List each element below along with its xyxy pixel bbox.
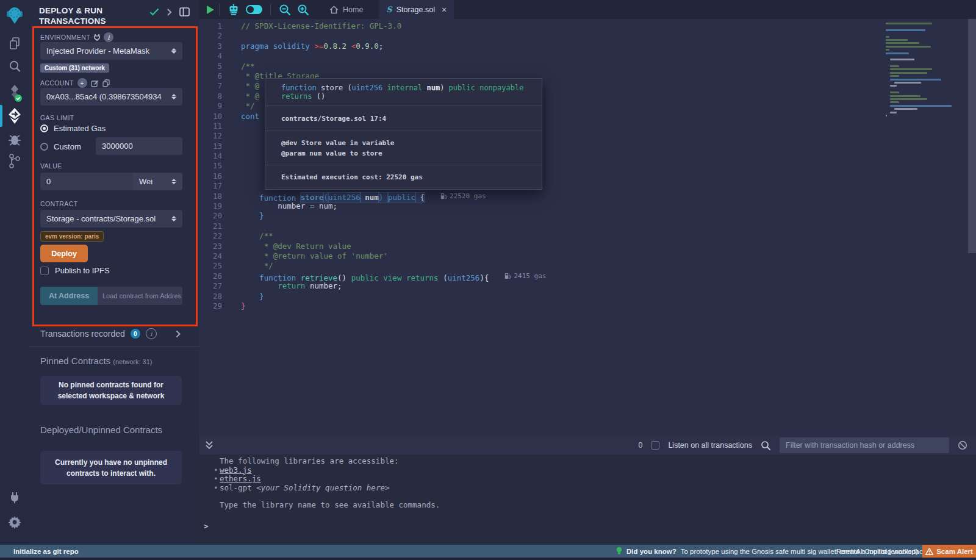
line-number[interactable]: 9 — [199, 101, 230, 111]
line-number[interactable]: 21 — [199, 221, 230, 231]
run-script-icon[interactable] — [207, 5, 214, 14]
line-number[interactable]: 7 — [199, 81, 230, 91]
plug-icon[interactable] — [94, 34, 100, 41]
editor-gutter[interactable]: 1234567891011121314151617181920212223242… — [199, 21, 230, 311]
settings-icon[interactable] — [0, 514, 29, 530]
code-line[interactable]: /** — [241, 231, 872, 241]
line-number[interactable]: 5 — [199, 62, 230, 71]
code-line[interactable]: /** — [241, 62, 872, 71]
environment-info-icon[interactable]: i — [104, 32, 113, 42]
line-number[interactable]: 17 — [199, 181, 230, 191]
collapse-panel-icon[interactable] — [167, 8, 172, 16]
terminal-search-icon[interactable] — [761, 440, 771, 451]
line-number[interactable]: 22 — [199, 231, 230, 241]
copilot-status[interactable]: RemixAI Copilot (enabled) — [836, 545, 918, 558]
tab-home[interactable]: Home — [321, 0, 371, 19]
code-line[interactable]: } — [241, 301, 872, 311]
line-number[interactable]: 10 — [199, 112, 230, 121]
environment-select[interactable]: Injected Provider - MetaMask — [40, 42, 182, 60]
editor-scrollbar[interactable] — [968, 19, 976, 253]
at-address-button[interactable]: At Address — [40, 287, 98, 305]
code-line[interactable]: } — [241, 211, 872, 221]
account-select[interactable]: 0xA03...85ac4 (0.398673504934 — [40, 88, 182, 106]
deploy-and-run-icon[interactable] — [0, 106, 29, 126]
line-number[interactable]: 26 — [199, 271, 230, 281]
code-line[interactable] — [241, 51, 872, 61]
custom-gas-input[interactable]: 3000000 — [96, 137, 182, 155]
debugger-icon[interactable] — [0, 131, 29, 148]
code-line[interactable]: function store(uint256 num) public {2252… — [241, 192, 872, 201]
code-line[interactable]: // SPDX-License-Identifier: GPL-3.0 — [241, 21, 872, 31]
line-number[interactable]: 24 — [199, 251, 230, 261]
code-line[interactable] — [241, 221, 872, 231]
line-number[interactable]: 27 — [199, 281, 230, 291]
file-explorer-icon[interactable] — [0, 35, 29, 52]
line-number[interactable]: 25 — [199, 261, 230, 271]
close-tab-icon[interactable]: × — [442, 5, 447, 15]
copy-address-icon[interactable] — [102, 79, 110, 87]
line-number[interactable]: 3 — [199, 41, 230, 51]
git-icon[interactable] — [0, 153, 29, 170]
code-editor[interactable]: 1234567891011121314151617181920212223242… — [199, 19, 976, 436]
line-number[interactable]: 18 — [199, 192, 230, 201]
code-line[interactable]: pragma solidity >=0.8.2 <0.9.0; — [241, 41, 872, 51]
editor-minimap[interactable] — [886, 23, 965, 118]
line-number[interactable]: 23 — [199, 242, 230, 251]
code-line[interactable]: */ — [241, 261, 872, 271]
line-number[interactable]: 29 — [199, 301, 230, 311]
line-number[interactable]: 1 — [199, 21, 230, 31]
line-number[interactable]: 8 — [199, 92, 230, 101]
terminal-lib-link[interactable]: web3.js — [220, 465, 252, 475]
value-unit-select[interactable]: Wei — [133, 173, 182, 190]
solidity-compiler-icon[interactable] — [0, 83, 29, 104]
terminal-lib-link[interactable]: ethers.js — [220, 474, 261, 483]
terminal-collapse-icon[interactable] — [205, 440, 214, 450]
estimated-gas-radio[interactable]: Estimated Gas — [40, 124, 106, 133]
transactions-expand-icon[interactable] — [176, 330, 181, 338]
line-number[interactable]: 12 — [199, 131, 230, 141]
sign-message-icon[interactable] — [91, 79, 99, 87]
code-line[interactable]: } — [241, 292, 872, 301]
code-line[interactable]: * @dev Return value — [241, 242, 872, 251]
zoom-out-icon[interactable] — [279, 4, 291, 16]
code-line[interactable]: number = num; — [241, 201, 872, 211]
line-number[interactable]: 14 — [199, 151, 230, 161]
code-line[interactable]: * @return value of 'number' — [241, 251, 872, 261]
plugin-manager-icon[interactable] — [0, 490, 29, 506]
line-number[interactable]: 28 — [199, 292, 230, 301]
value-input[interactable]: 0 — [40, 173, 133, 190]
line-number[interactable]: 15 — [199, 161, 230, 171]
line-number[interactable]: 19 — [199, 201, 230, 211]
contract-select[interactable]: Storage - contracts/Storage.sol — [40, 210, 182, 228]
code-line[interactable]: function retrieve() public view returns … — [241, 271, 872, 281]
zoom-in-icon[interactable] — [297, 4, 309, 16]
remix-logo-icon[interactable] — [0, 5, 29, 26]
scam-alert-button[interactable]: Scam Alert — [922, 545, 976, 558]
search-icon[interactable] — [0, 58, 29, 75]
line-number[interactable]: 16 — [199, 171, 230, 181]
line-number[interactable]: 2 — [199, 31, 230, 41]
listen-transactions-checkbox[interactable] — [651, 441, 659, 450]
at-address-input[interactable]: Load contract from Addres — [98, 287, 182, 305]
line-number[interactable]: 4 — [199, 51, 230, 61]
git-init-button[interactable]: Initialize as git repo — [13, 545, 79, 558]
terminal[interactable]: The following libraries are accessible: … — [199, 454, 976, 545]
line-number[interactable]: 13 — [199, 142, 230, 151]
copilot-toggle[interactable] — [246, 5, 262, 14]
terminal-filter-input[interactable]: Filter with transaction hash or address — [780, 437, 949, 453]
code-line[interactable] — [241, 31, 872, 41]
clear-console-icon[interactable] — [958, 440, 967, 450]
terminal-prompt[interactable]: > — [204, 522, 209, 531]
code-line[interactable]: return number; — [241, 281, 872, 291]
updates-check-icon[interactable] — [149, 8, 159, 16]
deploy-button[interactable]: Deploy — [40, 245, 88, 262]
transactions-info-icon[interactable]: i — [146, 328, 157, 339]
tab-storage-sol[interactable]: S Storage.sol × — [379, 0, 454, 19]
line-number[interactable]: 11 — [199, 121, 230, 131]
add-account-icon[interactable]: + — [77, 78, 87, 88]
ai-copilot-robot-icon[interactable] — [228, 4, 240, 16]
publish-ipfs-checkbox[interactable]: Publish to IPFS — [40, 266, 110, 275]
custom-gas-radio[interactable]: Custom — [40, 142, 81, 151]
pin-panel-icon[interactable] — [179, 7, 190, 16]
line-number[interactable]: 6 — [199, 71, 230, 81]
